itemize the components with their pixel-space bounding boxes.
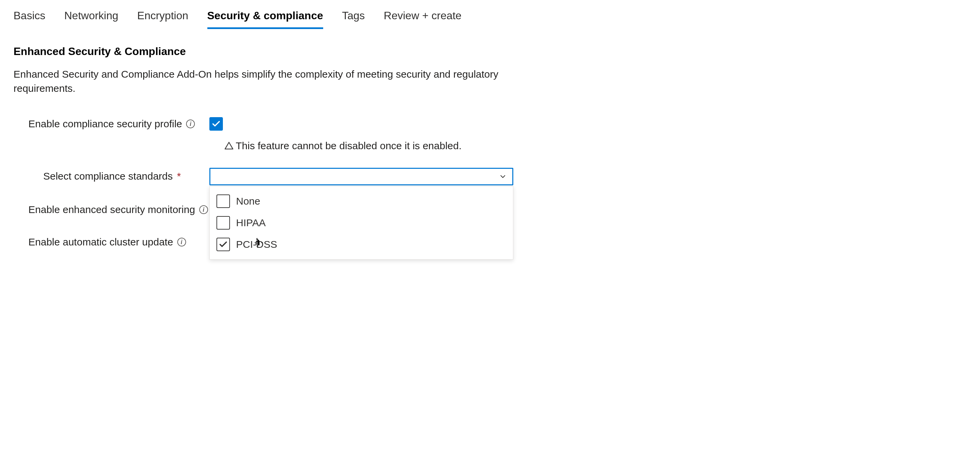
label-enable-compliance-profile: Enable compliance security profile xyxy=(29,118,182,130)
tab-networking[interactable]: Networking xyxy=(64,7,118,29)
option-pci-dss[interactable]: PCI-DSS xyxy=(210,234,513,255)
info-icon[interactable]: i xyxy=(177,238,186,247)
row-enable-compliance-profile: Enable compliance security profile i xyxy=(14,115,966,134)
tab-tags[interactable]: Tags xyxy=(342,7,365,29)
tab-security-compliance[interactable]: Security & compliance xyxy=(207,7,323,29)
section-title: Enhanced Security & Compliance xyxy=(14,45,966,58)
dropdown-compliance-standards[interactable] xyxy=(209,168,513,185)
warning-profile-permanent: This feature cannot be disabled once it … xyxy=(224,140,966,151)
row-compliance-standards: Select compliance standards * None xyxy=(14,168,966,187)
warning-text: This feature cannot be disabled once it … xyxy=(236,140,461,151)
option-label-pci-dss: PCI-DSS xyxy=(236,239,277,250)
required-indicator: * xyxy=(177,170,181,181)
wizard-tabs: Basics Networking Encryption Security & … xyxy=(14,7,966,29)
option-none[interactable]: None xyxy=(210,191,513,212)
option-checkbox-hipaa[interactable] xyxy=(216,216,230,229)
section-description: Enhanced Security and Compliance Add-On … xyxy=(14,67,500,95)
option-hipaa[interactable]: HIPAA xyxy=(210,212,513,234)
tab-encryption[interactable]: Encryption xyxy=(137,7,188,29)
checkbox-enable-compliance-profile[interactable] xyxy=(209,117,223,130)
tab-basics[interactable]: Basics xyxy=(14,7,45,29)
option-checkbox-pci-dss[interactable] xyxy=(216,238,230,251)
option-label-hipaa: HIPAA xyxy=(236,217,266,229)
tab-review-create[interactable]: Review + create xyxy=(383,7,461,29)
dropdown-panel-compliance-standards: None HIPAA PCI-DSS xyxy=(209,186,513,259)
info-icon[interactable]: i xyxy=(186,119,195,128)
label-enhanced-security-monitoring: Enable enhanced security monitoring xyxy=(29,204,195,215)
label-automatic-cluster-update: Enable automatic cluster update xyxy=(29,236,173,248)
chevron-down-icon xyxy=(499,172,507,181)
warning-icon xyxy=(224,141,234,151)
option-checkbox-none[interactable] xyxy=(216,194,230,208)
info-icon[interactable]: i xyxy=(199,205,208,214)
label-compliance-standards: Select compliance standards xyxy=(43,170,173,181)
option-label-none: None xyxy=(236,196,260,207)
